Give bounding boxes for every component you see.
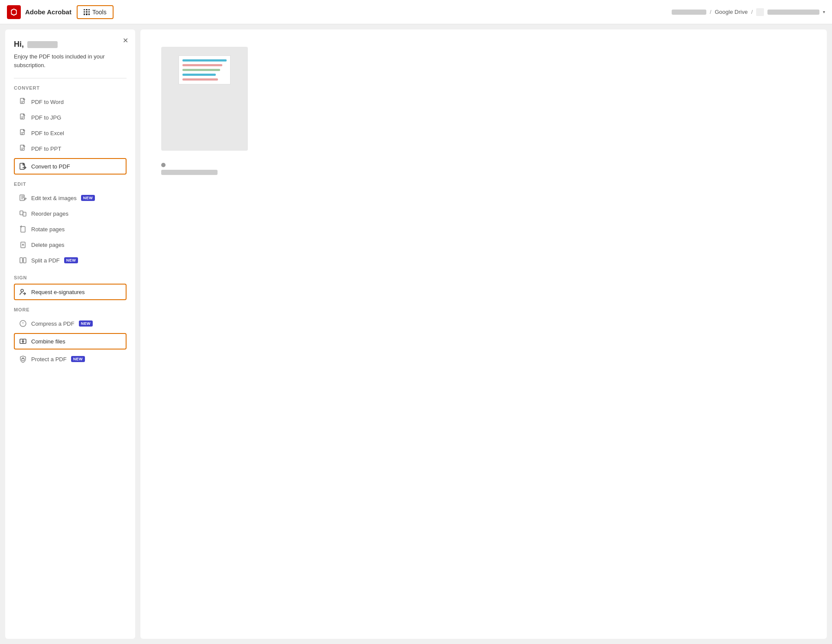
esignature-icon: [19, 288, 27, 296]
sidebar-item-protect-pdf[interactable]: Protect a PDF NEW: [14, 351, 127, 367]
sidebar-item-compress-pdf[interactable]: Compress a PDF NEW: [14, 316, 127, 331]
edit-text-icon: [19, 194, 27, 202]
pdf-to-ppt-label: PDF to PPT: [31, 146, 61, 152]
sidebar-item-request-esignatures[interactable]: Request e-signatures: [14, 284, 127, 300]
acrobat-logo-icon: [10, 8, 18, 16]
drive-icon: [756, 8, 764, 16]
sidebar-close-button[interactable]: ✕: [123, 36, 128, 45]
logo-area: Adobe Acrobat: [7, 5, 72, 19]
compress-pdf-label: Compress a PDF: [31, 320, 75, 327]
sidebar-item-split-pdf[interactable]: Split a PDF NEW: [14, 252, 127, 268]
sidebar-divider: [14, 78, 127, 78]
thumb-line-3: [182, 69, 220, 71]
sidebar-item-combine-files[interactable]: Combine files: [14, 333, 127, 350]
combine-files-icon: [19, 337, 27, 345]
convert-to-pdf-label: Convert to PDF: [31, 163, 70, 170]
greeting-text: Hi,: [14, 40, 24, 49]
delete-pages-icon: [19, 241, 27, 249]
pdf-excel-icon: [19, 129, 27, 137]
acrobat-logo: [7, 5, 21, 19]
rotate-pages-icon: [19, 225, 27, 233]
svg-rect-11: [23, 258, 26, 263]
pdf-to-jpg-label: PDF to JPG: [31, 114, 61, 121]
pdf-to-excel-label: PDF to Excel: [31, 130, 64, 136]
sidebar-item-pdf-to-word[interactable]: PDF to Word: [14, 94, 127, 110]
section-edit-label: EDIT: [14, 181, 127, 187]
split-pdf-new-badge: NEW: [64, 257, 78, 263]
greeting-subtitle: Enjoy the PDF tools included in your sub…: [14, 52, 127, 69]
protect-pdf-icon: [19, 355, 27, 363]
section-more-label: MORE: [14, 307, 127, 312]
topbar: Adobe Acrobat Tools / Google Drive / ▾: [0, 0, 832, 24]
protect-pdf-new-badge: NEW: [71, 356, 85, 362]
sidebar: ✕ Hi, Enjoy the PDF tools included in yo…: [5, 29, 135, 639]
file-name-blurred: [767, 10, 819, 15]
file-name-blur: [161, 170, 218, 175]
breadcrumb-separator-2: /: [751, 9, 753, 15]
service-name: Google Drive: [715, 9, 748, 15]
sidebar-item-pdf-to-ppt[interactable]: PDF to PPT: [14, 141, 127, 156]
thumb-line-4: [182, 74, 216, 76]
pdf-to-word-label: PDF to Word: [31, 99, 64, 105]
reorder-pages-label: Reorder pages: [31, 210, 68, 217]
grid-icon: [84, 9, 90, 15]
thumb-line-2: [182, 64, 222, 66]
split-pdf-label: Split a PDF: [31, 257, 60, 264]
protect-pdf-label: Protect a PDF: [31, 356, 67, 362]
section-convert-label: CONVERT: [14, 85, 127, 91]
sidebar-item-pdf-to-jpg[interactable]: PDF to JPG: [14, 110, 127, 125]
delete-pages-label: Delete pages: [31, 242, 65, 248]
reorder-pages-icon: [19, 210, 27, 217]
user-greeting-name: [27, 41, 58, 48]
svg-rect-7: [23, 212, 26, 216]
combine-files-label: Combine files: [31, 338, 65, 345]
svg-point-12: [21, 289, 23, 292]
edit-text-new-badge: NEW: [81, 195, 95, 201]
file-dot: [161, 163, 166, 167]
subtitle-line2: subscription.: [14, 62, 46, 68]
sidebar-item-reorder-pages[interactable]: Reorder pages: [14, 206, 127, 221]
file-info: [161, 163, 218, 175]
user-name-blurred: [672, 10, 706, 15]
thumb-line-5: [182, 78, 218, 81]
subtitle-line1: Enjoy the PDF tools included in your: [14, 53, 105, 60]
app-title: Adobe Acrobat: [25, 8, 72, 16]
pdf-ppt-icon: [19, 145, 27, 152]
greeting: Hi,: [14, 40, 127, 49]
convert-to-pdf-icon: [19, 162, 27, 170]
section-sign-label: SIGN: [14, 275, 127, 280]
thumb-line-1: [182, 59, 227, 61]
tools-label: Tools: [92, 9, 107, 16]
svg-rect-10: [20, 258, 23, 263]
chevron-down-icon: ▾: [823, 10, 825, 14]
edit-text-images-label: Edit text & images: [31, 195, 77, 201]
svg-rect-6: [20, 211, 23, 215]
main-layout: ✕ Hi, Enjoy the PDF tools included in yo…: [0, 24, 832, 644]
pdf-preview: [161, 47, 248, 151]
compress-pdf-new-badge: NEW: [79, 320, 93, 327]
sidebar-item-rotate-pages[interactable]: Rotate pages: [14, 221, 127, 237]
sidebar-item-edit-text-images[interactable]: Edit text & images NEW: [14, 190, 127, 206]
compress-pdf-icon: [19, 320, 27, 327]
pdf-convert-icon: [19, 98, 27, 106]
sidebar-item-convert-to-pdf[interactable]: Convert to PDF: [14, 158, 127, 175]
split-pdf-icon: [19, 256, 27, 264]
sidebar-item-delete-pages[interactable]: Delete pages: [14, 237, 127, 252]
pdf-jpg-icon: [19, 113, 27, 121]
rotate-pages-label: Rotate pages: [31, 226, 65, 233]
topbar-right: / Google Drive / ▾: [672, 8, 825, 16]
tools-button[interactable]: Tools: [77, 5, 114, 19]
sidebar-item-pdf-to-excel[interactable]: PDF to Excel: [14, 125, 127, 141]
breadcrumb-separator: /: [710, 9, 712, 15]
content-area: [140, 29, 827, 639]
request-esignatures-label: Request e-signatures: [31, 289, 85, 295]
pdf-thumbnail: [179, 55, 231, 84]
